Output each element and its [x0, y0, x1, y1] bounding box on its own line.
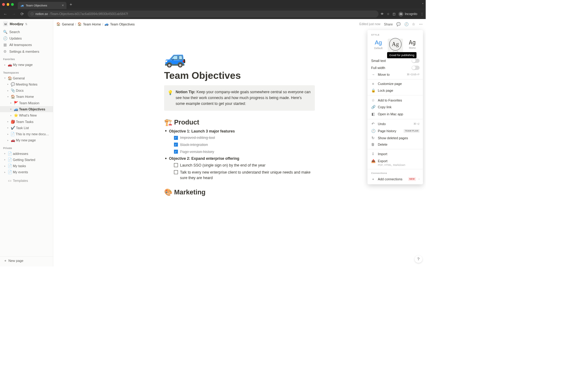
sidebar-page-item[interactable]: ▸📎Docs — [0, 87, 53, 94]
checkbox[interactable] — [174, 163, 178, 167]
tree-toggle-icon[interactable]: ▸ — [9, 102, 13, 104]
checkbox[interactable] — [174, 170, 178, 174]
tree-toggle-icon[interactable]: ▸ — [3, 171, 7, 174]
help-button[interactable]: ? — [415, 255, 422, 263]
templates-link[interactable]: ▭ Templates — [0, 178, 53, 184]
tree-toggle-icon[interactable]: ▸ — [6, 120, 10, 123]
tree-toggle-icon[interactable]: ▸ — [9, 108, 13, 110]
sidebar-search[interactable]: 🔍 Search — [0, 29, 53, 35]
todo-item[interactable]: Launch SSO (single sign on) by the end o… — [174, 163, 315, 168]
sidebar-page-item[interactable]: ▸📄Getting Started — [0, 157, 53, 163]
workspace-switcher[interactable]: M Moodjoy ⇅ — [0, 21, 53, 29]
maximize-window-button[interactable] — [11, 3, 14, 6]
browser-tab[interactable]: 🚙 Team Objectives × — [18, 2, 66, 9]
favorite-icon[interactable]: ☆ — [412, 22, 415, 26]
breadcrumb-item[interactable]: 🏠General — [56, 22, 74, 26]
sidebar-updates[interactable]: 🕘 Updates — [0, 35, 53, 42]
sidebar-page-item[interactable]: ▾🏠Team Home — [0, 94, 53, 100]
sidebar-page-item[interactable]: ▸📄My tasks — [0, 163, 53, 169]
sidebar-page-item[interactable]: ▸📄My events — [0, 169, 53, 175]
checkbox[interactable]: ✓ — [174, 150, 178, 154]
bookmark-star-icon[interactable]: ☆ — [387, 12, 390, 16]
page-label: Team Objectives — [19, 107, 45, 111]
favorite-page[interactable]: ▸ 🚗 My new page — [0, 62, 53, 68]
site-info-icon[interactable]: ⓘ — [31, 12, 34, 16]
sidebar-page-item[interactable]: ▸✔️Task List — [0, 125, 53, 131]
menu-item[interactable]: 🔒Lock page — [368, 87, 423, 94]
page-title[interactable]: Team Objectives — [164, 70, 315, 81]
sidebar-settings[interactable]: ⚙ Settings & members — [0, 48, 53, 55]
tree-toggle-icon[interactable]: ▸ — [3, 152, 7, 155]
comments-icon[interactable]: 💬 — [396, 22, 401, 26]
callout-block[interactable]: 💡 Notion Tip: Keep your company-wide goa… — [164, 85, 315, 111]
doc-icon: 📄 — [8, 158, 12, 162]
breadcrumb-item[interactable]: 🏠Team Home — [77, 22, 101, 26]
menu-item[interactable]: →Move to⌘+Shift+P — [368, 71, 423, 78]
tree-toggle-icon[interactable]: ▾ — [3, 77, 7, 79]
tab-close-button[interactable]: × — [62, 3, 64, 7]
menu-item[interactable]: ⇩Import — [368, 151, 423, 158]
tree-toggle-icon[interactable]: ▸ — [3, 158, 7, 161]
sidebar-page-item[interactable]: ▸💬Meeting Notes — [0, 81, 53, 87]
forward-button[interactable]: → — [11, 12, 17, 16]
sidebar-page-item[interactable]: ▸🎒Team Tasks — [0, 118, 53, 125]
menu-item[interactable]: 🔗Copy link — [368, 104, 423, 111]
sidebar-page-item[interactable]: ▸⭐What's New — [0, 112, 53, 118]
checkbox[interactable]: ✓ — [174, 136, 178, 140]
checkbox[interactable]: ✓ — [174, 143, 178, 147]
gear-icon: ⚙ — [3, 49, 7, 54]
sidebar-page-item[interactable]: ▸🚗My new page — [0, 137, 53, 143]
menu-item[interactable]: ≡Customize page — [368, 81, 423, 87]
more-menu-button[interactable]: ⋯ — [419, 22, 423, 26]
menu-item[interactable]: ☆Add to Favorites — [368, 97, 423, 104]
tree-toggle-icon[interactable]: ▸ — [3, 165, 7, 167]
eye-off-icon[interactable]: 👁 — [381, 12, 384, 16]
sidebar-page-item[interactable]: ▸🚙Team Objectives — [0, 106, 53, 112]
small-text-switch[interactable] — [412, 59, 420, 63]
breadcrumb-item[interactable]: 🚙Team Objectives — [104, 22, 135, 26]
sidebar-page-item[interactable]: ▸📄This is my new document — [0, 131, 53, 137]
new-tab-button[interactable]: + — [70, 2, 72, 7]
menu-item[interactable]: +Add connectionsNEW› — [368, 176, 423, 182]
tree-toggle-icon[interactable]: ▸ — [3, 63, 7, 66]
tab-list-dropdown[interactable]: ˅ — [422, 3, 424, 6]
share-button[interactable]: Share — [384, 22, 393, 26]
sidepanel-icon[interactable]: ◫ — [393, 12, 395, 16]
tree-toggle-icon[interactable]: ▸ — [6, 89, 10, 92]
todo-item[interactable]: ✓Improved editing tool — [174, 135, 315, 140]
new-page-button[interactable]: + New page — [0, 257, 53, 265]
sidebar-page-item[interactable]: ▾🏠General — [0, 75, 53, 81]
reload-button[interactable]: ⟳ — [19, 12, 25, 16]
todo-item[interactable]: ✓Slack integration — [174, 142, 315, 148]
menu-item[interactable]: ↻Show deleted pages — [368, 134, 423, 141]
updates-icon[interactable]: 🕘 — [404, 22, 409, 26]
section-heading[interactable]: 🎨Marketing — [164, 188, 315, 196]
todo-item[interactable]: ✓Page version history — [174, 149, 315, 155]
sidebar-page-item[interactable]: ▸📄addresses — [0, 150, 53, 156]
objective-title[interactable]: Objective 2: Expand enterprise offering — [169, 156, 315, 161]
tree-toggle-icon[interactable]: ▾ — [6, 95, 10, 98]
chrome-menu-button[interactable]: ⋮ — [420, 12, 424, 16]
page-icon[interactable]: 🚙 — [164, 47, 315, 68]
incognito-indicator[interactable]: 🕶 Incognito — [398, 12, 417, 17]
section-heading[interactable]: 🏗️Product — [164, 118, 315, 126]
sidebar-all-teamspaces[interactable]: ▦ All teamspaces — [0, 42, 53, 48]
menu-item[interactable]: 🕘Page historyTEAM PLAN — [368, 128, 423, 135]
full-width-switch[interactable] — [412, 66, 420, 70]
back-button[interactable]: ← — [2, 12, 8, 16]
tree-toggle-icon[interactable]: ▸ — [9, 114, 13, 117]
sidebar-page-item[interactable]: ▸🚩Team Mission — [0, 100, 53, 106]
tree-toggle-icon[interactable]: ▸ — [6, 83, 10, 86]
minimize-window-button[interactable] — [7, 3, 9, 6]
todo-item[interactable]: Talk to every new enterprise client to u… — [174, 170, 315, 181]
menu-item[interactable]: 🗑Delete — [368, 141, 423, 148]
address-bar[interactable]: ⓘ notion.so/Team-Objectives-b017ac6a6099… — [28, 10, 379, 17]
font-option-default[interactable]: Ag Default — [371, 39, 386, 55]
close-window-button[interactable] — [2, 3, 5, 6]
menu-item[interactable]: ◧Open in Mac app — [368, 111, 423, 118]
menu-item[interactable]: ↶Undo⌘+Z — [368, 121, 423, 128]
tree-toggle-icon[interactable]: ▸ — [6, 133, 9, 136]
tree-toggle-icon[interactable]: ▸ — [6, 139, 10, 142]
objective-title[interactable]: Objective 1: Launch 3 major features — [169, 129, 315, 133]
tree-toggle-icon[interactable]: ▸ — [6, 126, 10, 129]
